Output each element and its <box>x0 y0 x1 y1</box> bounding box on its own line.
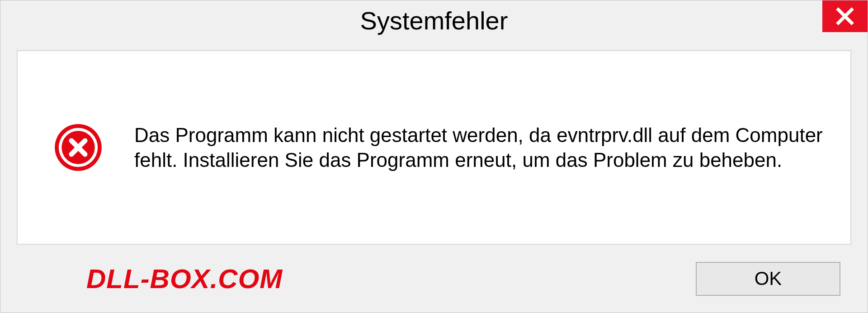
close-icon <box>835 6 855 26</box>
error-dialog: Systemfehler Das Programm kann nicht ges… <box>0 0 868 313</box>
footer: DLL-BOX.COM OK <box>0 245 868 313</box>
titlebar: Systemfehler <box>0 0 868 46</box>
dialog-title: Systemfehler <box>0 6 868 35</box>
content-panel: Das Programm kann nicht gestartet werden… <box>17 50 851 245</box>
error-message: Das Programm kann nicht gestartet werden… <box>134 123 823 172</box>
watermark-text: DLL-BOX.COM <box>86 263 283 294</box>
close-button[interactable] <box>822 0 868 32</box>
ok-button[interactable]: OK <box>696 262 840 296</box>
error-icon <box>54 123 103 172</box>
